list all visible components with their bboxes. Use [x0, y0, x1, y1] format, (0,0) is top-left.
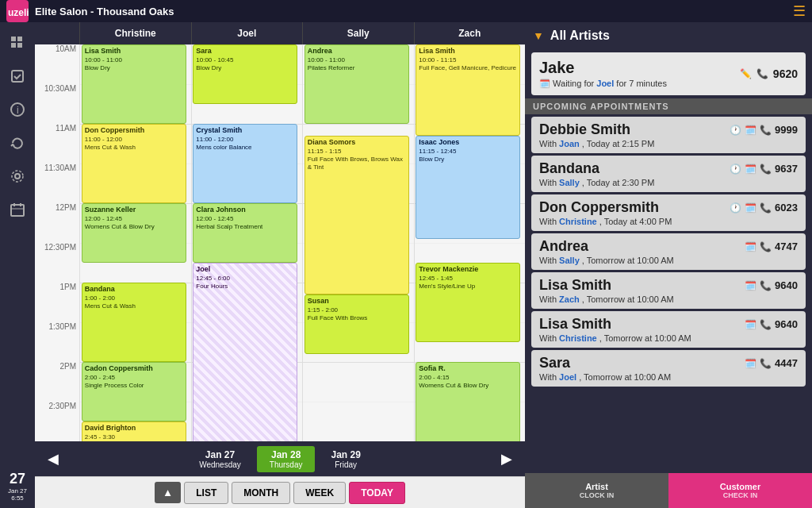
appt-card-debbie[interactable]: Debbie Smith 🕐 🗓️ 📞 9999 With Joan , Tod… — [531, 117, 806, 153]
col-header-sally: Sally — [302, 22, 414, 44]
appt-sara-phone: 4447 — [775, 357, 798, 369]
appt-debbie-phone: 9999 — [775, 124, 798, 136]
nav-bar: ◀ Jan 27 Wednesday Jan 28 Thursday Jan 2… — [35, 441, 525, 476]
phone-icon-andrea[interactable]: 📞 — [760, 241, 772, 252]
appt-card-don[interactable]: Don Coppersmith 🕐 🗓️ 📞 6023 With Christi… — [531, 194, 806, 231]
appt-joel-clara[interactable]: Clara Johnson 12:00 - 12:45 Herbal Scalp… — [193, 203, 297, 263]
artist-tab-label: Artist — [585, 482, 608, 491]
cal-icon-lisa-zach[interactable]: 🗓️ — [745, 280, 756, 291]
appt-zach-lisa[interactable]: Lisa Smith 10:00 - 11:15 Full Face, Gell… — [416, 44, 520, 136]
appt-bandana-detail: With Sally , Today at 2:30 PM — [539, 178, 798, 187]
appt-don-phone: 6023 — [775, 202, 798, 214]
appt-sara-detail: With Joel , Tomorrow at 10:00 AM — [539, 372, 798, 382]
calendar-grid: 10AM 10:30AM 11AM 11:30AM 12PM 12:30PM 1… — [35, 44, 525, 441]
appt-christine-suzanne[interactable]: Suzanne Keller 12:00 - 12:45 Womens Cut … — [82, 203, 186, 263]
appt-joel-sara[interactable]: Sara 10:00 - 10:45 Blow Dry — [193, 44, 297, 104]
appt-sally-susan[interactable]: Susan 1:15 - 2:00 Full Face With Brows — [304, 294, 409, 354]
appt-christine-bandana[interactable]: Bandana 1:00 - 2:00 Mens Cut & Wash — [82, 283, 186, 362]
time-230: 2:30PM — [35, 402, 79, 410]
appt-card-andrea[interactable]: Andrea 🗓️ 📞 4747 With Sally , Tomorrow a… — [531, 233, 806, 270]
clock-icon-don[interactable]: 🕐 — [730, 202, 741, 214]
appt-sara-name: Sara — [539, 355, 570, 371]
phone-icon-don[interactable]: 📞 — [760, 202, 772, 214]
appt-christine-lisa-smith[interactable]: Lisa Smith 10:00 - 11:00 Blow Dry — [82, 44, 186, 124]
appt-card-bandana[interactable]: Bandana 🕐 🗓️ 📞 9637 With Sally , Today a… — [531, 156, 806, 192]
clock-icon-bandana[interactable]: 🕐 — [730, 164, 741, 175]
cal-icon-don[interactable]: 🗓️ — [745, 202, 756, 214]
scroll-up-button[interactable]: ▲ — [155, 482, 181, 503]
appt-bandana-name: Bandana — [539, 160, 599, 177]
nav-date-wed[interactable]: Jan 27 Wednesday — [186, 446, 254, 472]
month-view-button[interactable]: MONTH — [232, 482, 290, 504]
nav-date-thu[interactable]: Jan 28 Thursday — [257, 446, 316, 472]
time-12pm: 12PM — [35, 203, 79, 212]
appt-zach-trevor[interactable]: Trevor Mackenzie 12:45 - 1:45 Men's Styl… — [416, 263, 520, 342]
appt-don-detail: With Christine , Today at 4:00 PM — [539, 217, 798, 226]
col-header-zach: Zach — [414, 22, 526, 44]
svg-point-9 — [15, 174, 20, 179]
appt-sally-diana[interactable]: Diana Somors 11:15 - 1:15 Full Face With… — [304, 136, 409, 294]
phone-icon-debbie[interactable]: 📞 — [760, 125, 772, 136]
appt-andrea-phone: 4747 — [775, 241, 798, 252]
sidebar-item-home[interactable] — [3, 29, 32, 57]
phone-icon-bandana[interactable]: 📞 — [760, 164, 772, 175]
col-header-joel: Joel — [191, 22, 303, 44]
sidebar-item-checkin[interactable] — [3, 62, 32, 90]
appt-joel-joel[interactable]: Joel 12:45 - 6:00 Four Hours — [193, 263, 297, 441]
nav-prev[interactable]: ◀ — [41, 447, 65, 471]
appt-christine-cadon[interactable]: Cadon Coppersmith 2:00 - 2:45 Single Pro… — [82, 362, 186, 421]
nav-date-fri[interactable]: Jan 29 Friday — [318, 446, 373, 472]
appt-sally-andrea[interactable]: Andrea 10:00 - 11:00 Pilates Reformer — [304, 44, 409, 124]
appt-andrea-name: Andrea — [539, 238, 588, 255]
phone-icon-lisa-christine[interactable]: 📞 — [760, 319, 772, 330]
bottom-tabs: Artist CLOCK IN Customer CHECK IN — [525, 473, 812, 508]
appt-card-lisa-zach[interactable]: Lisa Smith 🗓️ 📞 9640 With Zach , Tomorro… — [531, 272, 806, 309]
svg-rect-6 — [12, 71, 23, 82]
artist-checkin-tab[interactable]: Artist CLOCK IN — [525, 473, 668, 508]
appt-joel-crystal[interactable]: Crystal Smith 11:00 - 12:00 Mens color B… — [193, 124, 297, 203]
sidebar-item-info[interactable]: i — [3, 95, 32, 124]
list-view-button[interactable]: LIST — [184, 482, 228, 504]
appointment-list: Debbie Smith 🕐 🗓️ 📞 9999 With Joan , Tod… — [525, 114, 812, 473]
week-view-button[interactable]: WEEK — [293, 482, 346, 504]
today-button[interactable]: TODAY — [349, 482, 405, 504]
filter-icon[interactable]: ▼ — [533, 29, 544, 42]
phone-icon-lisa-zach[interactable]: 📞 — [760, 280, 772, 291]
cal-icon-andrea[interactable]: 🗓️ — [745, 241, 756, 252]
appt-christine-david[interactable]: David Brighton 2:45 - 3:30 Men's Cut n C… — [82, 421, 186, 441]
cal-icon-debbie[interactable]: 🗓️ — [745, 125, 756, 136]
phone-icon-sara[interactable]: 📞 — [760, 358, 772, 369]
waiting-card[interactable]: Jake 🗓️ Waiting for Joel for 7 minutes ✏… — [531, 52, 806, 95]
column-headers: Christine Joel Sally Zach — [35, 22, 525, 44]
cal-icon-lisa-christine[interactable]: 🗓️ — [745, 319, 756, 330]
svg-point-10 — [12, 171, 23, 182]
appt-card-lisa-christine[interactable]: Lisa Smith 🗓️ 📞 9640 With Christine , To… — [531, 311, 806, 348]
appt-lisa-zach-detail: With Zach , Tomorrow at 10:00 AM — [539, 294, 798, 304]
appt-christine-don[interactable]: Don Coppersmith 11:00 - 12:00 Mens Cut &… — [82, 124, 186, 203]
appt-zach-sofia[interactable]: Sofia R. 2:00 - 4:15 Womens Cut & Blow D… — [416, 362, 520, 441]
sidebar-item-refresh[interactable] — [3, 129, 32, 157]
svg-rect-11 — [11, 205, 24, 216]
cal-icon-sara[interactable]: 🗓️ — [745, 358, 756, 369]
nav-dates: Jan 27 Wednesday Jan 28 Thursday Jan 29 … — [65, 446, 495, 472]
appt-card-sara[interactable]: Sara 🗓️ 📞 4447 With Joel , Tomorrow at 1… — [531, 350, 806, 387]
phone-icon[interactable]: 📞 — [756, 68, 768, 79]
hamburger-icon[interactable]: ☰ — [793, 2, 806, 20]
uzeli-logo: uzeli — [6, 0, 29, 22]
edit-icon[interactable]: ✏️ — [740, 68, 752, 79]
appt-don-name: Don Coppersmith — [539, 199, 659, 216]
col-header-christine: Christine — [79, 22, 191, 44]
clock-icon-debbie[interactable]: 🕐 — [730, 125, 741, 136]
customer-tab-label: Customer — [720, 482, 760, 491]
time-1030: 10:30AM — [35, 84, 79, 93]
sidebar-item-settings[interactable] — [3, 162, 32, 190]
customer-checkin-tab[interactable]: Customer CHECK IN — [668, 473, 812, 508]
appt-lisa-christine-name: Lisa Smith — [539, 316, 611, 333]
app-title: Elite Salon - Thousand Oaks — [35, 6, 174, 17]
sidebar-item-calendar[interactable] — [3, 195, 32, 224]
appt-zach-isaac[interactable]: Isaac Jones 11:15 - 12:45 Blow Dry — [416, 136, 520, 239]
svg-rect-4 — [11, 43, 16, 48]
nav-next[interactable]: ▶ — [495, 447, 519, 471]
cal-icon-bandana[interactable]: 🗓️ — [745, 164, 756, 175]
waiting-name: Jake — [539, 59, 667, 77]
